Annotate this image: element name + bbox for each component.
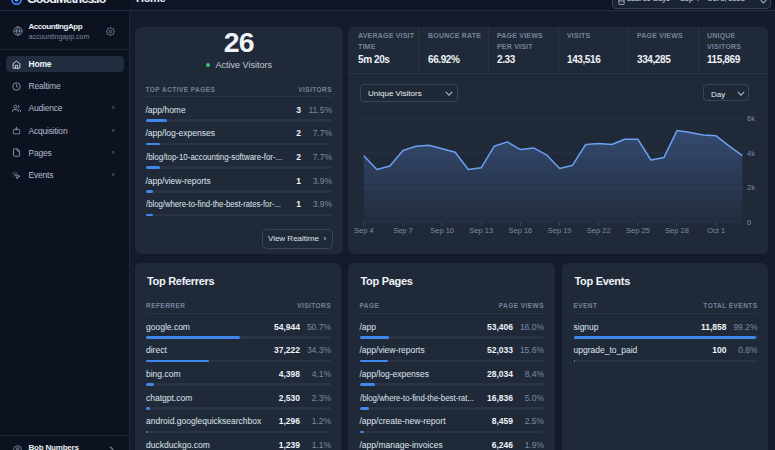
- svg-text:2k: 2k: [747, 183, 755, 192]
- svg-text:Sep 22: Sep 22: [587, 226, 611, 235]
- svg-text:4k: 4k: [747, 149, 755, 158]
- svg-text:Sep 25: Sep 25: [626, 226, 650, 235]
- svg-text:Sep 7: Sep 7: [393, 226, 413, 235]
- svg-text:Sep 16: Sep 16: [509, 226, 533, 235]
- svg-text:Sep 19: Sep 19: [548, 226, 572, 235]
- svg-text:Sep 13: Sep 13: [469, 226, 493, 235]
- svg-text:6k: 6k: [747, 114, 755, 123]
- svg-text:Oct 1: Oct 1: [707, 226, 725, 235]
- svg-text:Sep 28: Sep 28: [665, 226, 689, 235]
- svg-text:Sep 10: Sep 10: [430, 226, 454, 235]
- svg-text:Sep 4: Sep 4: [354, 226, 374, 235]
- svg-text:0: 0: [747, 218, 751, 227]
